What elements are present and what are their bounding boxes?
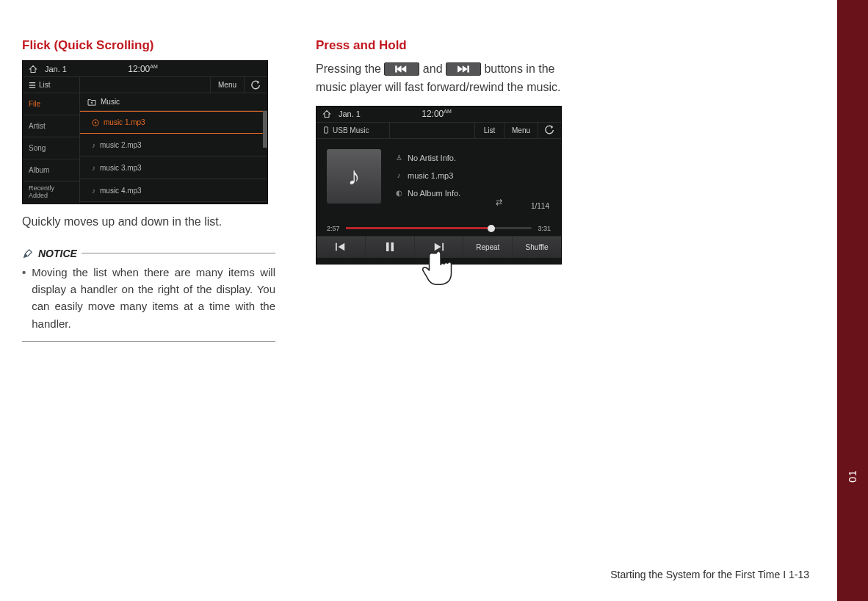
- screenshot-player: Jan. 1 12:00AM USB Music List Menu: [316, 106, 562, 264]
- press-hold-desc: Pressing the and buttons in the music pl…: [316, 60, 569, 97]
- file-list: Music music 1.mp3 ♪music 2.mp3 ♪music 3.…: [80, 93, 267, 204]
- player-body: ♪ ♙No Artist Info. ♪music 1.mp3 ◐No Albu…: [317, 139, 561, 221]
- total-time: 3:31: [538, 225, 551, 232]
- list-item[interactable]: ♪music 2.mp3: [80, 134, 267, 156]
- artist-label: No Artist Info.: [408, 154, 456, 162]
- page-footer: Starting the System for the First Time I…: [610, 569, 809, 580]
- col-press-hold: Press and Hold Pressing the and buttons …: [316, 38, 569, 342]
- notice-list: • Moving the list when there are many it…: [22, 264, 275, 342]
- cat-album[interactable]: Album: [23, 159, 79, 181]
- svg-rect-1: [396, 66, 397, 72]
- pencil-icon: [22, 248, 34, 259]
- source-label: USB Music: [317, 123, 390, 138]
- svg-rect-6: [391, 242, 394, 251]
- home-icon[interactable]: [321, 108, 333, 120]
- category-column: File Artist Song Album Recently Added: [23, 93, 80, 204]
- back-button[interactable]: [538, 123, 561, 138]
- forward-button-icon: [446, 62, 481, 76]
- status-bar: Jan. 1 12:00AM: [23, 61, 267, 77]
- touch-hand-icon: [419, 248, 462, 290]
- svg-rect-5: [386, 242, 389, 251]
- cat-file[interactable]: File: [23, 93, 79, 115]
- svg-rect-3: [325, 127, 328, 133]
- scroll-handle[interactable]: [263, 111, 267, 148]
- svg-rect-4: [336, 243, 337, 251]
- folder-header[interactable]: Music: [80, 93, 267, 111]
- notice-label: NOTICE: [38, 248, 77, 259]
- sub-bar: USB Music List Menu: [317, 123, 561, 139]
- track-icon: ♪: [394, 171, 403, 179]
- flick-desc: Quickly moves up and down in the list.: [22, 213, 275, 231]
- heading-flick: Flick (Quick Scrolling): [22, 38, 275, 53]
- track-title: music 1.mp3: [408, 171, 453, 180]
- notice-header: NOTICE: [22, 248, 275, 259]
- screenshot-list: Jan. 1 12:00AM List Menu File: [22, 60, 268, 204]
- album-icon: ◐: [394, 189, 403, 197]
- rewind-button-icon: [384, 62, 419, 76]
- artist-icon: ♙: [394, 154, 403, 162]
- back-button[interactable]: [244, 77, 267, 93]
- list-item[interactable]: ♪music 4.mp3: [80, 179, 267, 202]
- progress-bar[interactable]: 2:57 3:31: [327, 221, 551, 236]
- pause-button[interactable]: [366, 237, 415, 258]
- loop-icon: ⇄: [496, 198, 502, 207]
- chapter-tab: 01: [837, 0, 868, 601]
- menu-button[interactable]: Menu: [210, 77, 244, 93]
- time-label: 12:00AM: [128, 64, 158, 74]
- svg-rect-2: [468, 66, 469, 72]
- list-item[interactable]: ♪music 3.mp3: [80, 156, 267, 179]
- repeat-button[interactable]: Repeat: [463, 237, 513, 258]
- album-art: ♪: [327, 149, 381, 204]
- menu-button[interactable]: Menu: [504, 123, 538, 138]
- date-label: Jan. 1: [339, 109, 361, 118]
- time-label: 12:00AM: [422, 109, 452, 119]
- track-info: ♙No Artist Info. ♪music 1.mp3 ◐No Album …: [394, 149, 551, 221]
- col-flick: Flick (Quick Scrolling) Jan. 1 12:00AM L…: [22, 38, 275, 342]
- list-item[interactable]: music 1.mp3: [80, 111, 267, 134]
- chapter-number: 01: [847, 469, 858, 483]
- track-count: 1/114: [531, 202, 549, 210]
- home-icon[interactable]: [27, 63, 39, 75]
- page-content: Flick (Quick Scrolling) Jan. 1 12:00AM L…: [0, 0, 808, 342]
- heading-press-hold: Press and Hold: [316, 38, 569, 53]
- status-bar: Jan. 1 12:00AM: [317, 107, 561, 123]
- date-label: Jan. 1: [45, 65, 67, 73]
- notice-rule: [82, 253, 275, 253]
- cat-artist[interactable]: Artist: [23, 115, 79, 137]
- sub-bar: List Menu: [23, 77, 267, 93]
- list-label: List: [23, 77, 80, 93]
- album-label: No Album Info.: [408, 189, 460, 198]
- list-button[interactable]: List: [474, 123, 504, 138]
- cat-song[interactable]: Song: [23, 137, 79, 159]
- elapsed-time: 2:57: [327, 225, 340, 232]
- prev-button[interactable]: [317, 237, 366, 258]
- shuffle-button[interactable]: Shuffle: [513, 237, 561, 258]
- notice-item: • Moving the list when there are many it…: [22, 264, 275, 332]
- cat-recent[interactable]: Recently Added: [23, 181, 79, 204]
